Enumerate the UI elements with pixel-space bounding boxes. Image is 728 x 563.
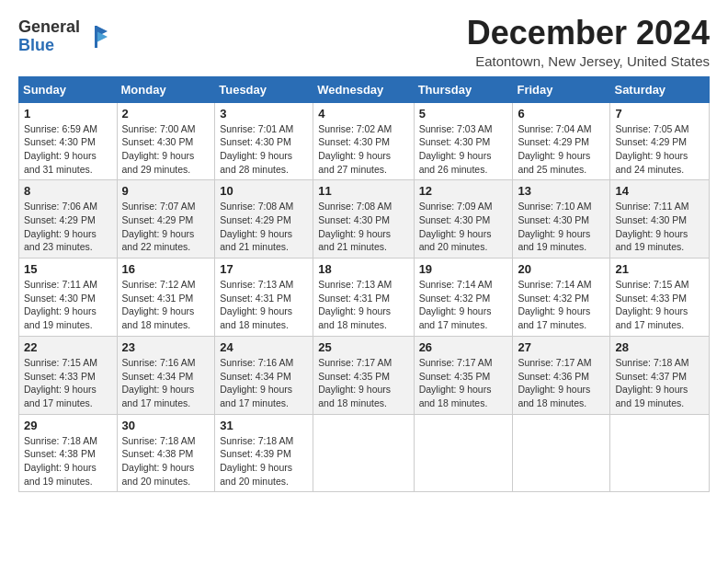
day-number: 29 (24, 419, 112, 432)
day-info: Sunrise: 7:12 AMSunset: 4:31 PMDaylight:… (122, 278, 210, 332)
calendar-day-cell: 20Sunrise: 7:14 AMSunset: 4:32 PMDayligh… (513, 259, 610, 337)
day-info: Sunrise: 7:14 AMSunset: 4:32 PMDaylight:… (518, 278, 605, 332)
calendar-week-row: 1Sunrise: 6:59 AMSunset: 4:30 PMDaylight… (19, 102, 710, 180)
calendar-day-cell: 27Sunrise: 7:17 AMSunset: 4:36 PMDayligh… (513, 336, 610, 414)
day-number: 24 (220, 340, 308, 354)
calendar-day-cell: 25Sunrise: 7:17 AMSunset: 4:35 PMDayligh… (313, 336, 414, 414)
day-number: 8 (24, 184, 112, 198)
day-number: 1 (24, 107, 112, 121)
calendar-day-cell: 28Sunrise: 7:18 AMSunset: 4:37 PMDayligh… (610, 336, 710, 414)
calendar-day-cell: 17Sunrise: 7:13 AMSunset: 4:31 PMDayligh… (215, 259, 313, 337)
calendar-header-row: SundayMondayTuesdayWednesdayThursdayFrid… (19, 76, 710, 102)
day-number: 22 (24, 340, 112, 354)
calendar-day-cell (313, 414, 414, 492)
calendar-body: 1Sunrise: 6:59 AMSunset: 4:30 PMDaylight… (19, 102, 710, 492)
calendar-day-cell: 10Sunrise: 7:08 AMSunset: 4:29 PMDayligh… (215, 180, 313, 259)
calendar-header-cell: Monday (117, 76, 215, 102)
day-number: 17 (220, 262, 308, 276)
day-number: 12 (419, 184, 508, 198)
calendar-day-cell: 26Sunrise: 7:17 AMSunset: 4:35 PMDayligh… (414, 336, 513, 414)
day-info: Sunrise: 7:17 AMSunset: 4:35 PMDaylight:… (318, 356, 408, 410)
calendar-day-cell: 18Sunrise: 7:13 AMSunset: 4:31 PMDayligh… (313, 259, 414, 337)
day-number: 19 (419, 262, 508, 276)
calendar-day-cell: 22Sunrise: 7:15 AMSunset: 4:33 PMDayligh… (19, 336, 118, 414)
logo-blue-text: Blue (18, 37, 80, 55)
day-info: Sunrise: 7:15 AMSunset: 4:33 PMDaylight:… (24, 356, 112, 410)
day-info: Sunrise: 7:04 AMSunset: 4:29 PMDaylight:… (518, 122, 605, 177)
day-number: 23 (122, 340, 210, 354)
day-number: 4 (318, 107, 408, 121)
day-info: Sunrise: 6:59 AMSunset: 4:30 PMDaylight:… (24, 122, 112, 177)
logo: General Blue (18, 18, 109, 55)
calendar-day-cell: 19Sunrise: 7:14 AMSunset: 4:32 PMDayligh… (414, 259, 513, 337)
day-info: Sunrise: 7:08 AMSunset: 4:30 PMDaylight:… (318, 200, 408, 254)
day-info: Sunrise: 7:17 AMSunset: 4:36 PMDaylight:… (518, 356, 605, 410)
day-info: Sunrise: 7:09 AMSunset: 4:30 PMDaylight:… (419, 200, 508, 254)
calendar-day-cell (414, 414, 513, 492)
calendar-week-row: 22Sunrise: 7:15 AMSunset: 4:33 PMDayligh… (19, 336, 710, 414)
calendar-day-cell: 4Sunrise: 7:02 AMSunset: 4:30 PMDaylight… (313, 102, 414, 180)
day-number: 14 (615, 184, 704, 198)
day-number: 11 (318, 184, 408, 198)
title-area: December 2024 Eatontown, New Jersey, Uni… (467, 15, 710, 69)
day-info: Sunrise: 7:07 AMSunset: 4:29 PMDaylight:… (122, 200, 210, 254)
day-number: 2 (122, 107, 210, 121)
calendar-day-cell: 2Sunrise: 7:00 AMSunset: 4:30 PMDaylight… (117, 102, 215, 180)
calendar-day-cell (513, 414, 610, 492)
day-number: 28 (615, 340, 704, 354)
day-number: 27 (518, 340, 605, 354)
header: General Blue December 2024 Eatontown, Ne… (18, 15, 710, 69)
calendar-header-cell: Tuesday (215, 76, 313, 102)
day-number: 3 (220, 107, 308, 121)
logo-general-text: General (18, 18, 80, 37)
calendar-day-cell: 31Sunrise: 7:18 AMSunset: 4:39 PMDayligh… (215, 414, 313, 492)
day-number: 5 (419, 107, 508, 121)
month-title: December 2024 (467, 15, 710, 52)
day-info: Sunrise: 7:00 AMSunset: 4:30 PMDaylight:… (122, 122, 210, 177)
calendar-day-cell: 11Sunrise: 7:08 AMSunset: 4:30 PMDayligh… (313, 180, 414, 259)
day-number: 15 (24, 262, 112, 276)
svg-rect-2 (95, 26, 97, 48)
calendar-day-cell: 16Sunrise: 7:12 AMSunset: 4:31 PMDayligh… (117, 259, 215, 337)
calendar-day-cell: 15Sunrise: 7:11 AMSunset: 4:30 PMDayligh… (19, 259, 118, 337)
calendar-day-cell: 21Sunrise: 7:15 AMSunset: 4:33 PMDayligh… (610, 259, 710, 337)
day-info: Sunrise: 7:11 AMSunset: 4:30 PMDaylight:… (615, 200, 704, 254)
day-info: Sunrise: 7:11 AMSunset: 4:30 PMDaylight:… (24, 278, 112, 332)
day-number: 9 (122, 184, 210, 198)
day-number: 18 (318, 262, 408, 276)
calendar-day-cell: 14Sunrise: 7:11 AMSunset: 4:30 PMDayligh… (610, 180, 710, 259)
logo-flag-icon (84, 24, 109, 50)
calendar-header-cell: Wednesday (313, 76, 414, 102)
calendar-header-cell: Friday (513, 76, 610, 102)
day-info: Sunrise: 7:15 AMSunset: 4:33 PMDaylight:… (615, 278, 704, 332)
calendar-week-row: 29Sunrise: 7:18 AMSunset: 4:38 PMDayligh… (19, 414, 710, 492)
calendar-table: SundayMondayTuesdayWednesdayThursdayFrid… (18, 76, 710, 493)
calendar-header-cell: Saturday (610, 76, 710, 102)
day-info: Sunrise: 7:03 AMSunset: 4:30 PMDaylight:… (419, 122, 508, 177)
calendar-day-cell: 30Sunrise: 7:18 AMSunset: 4:38 PMDayligh… (117, 414, 215, 492)
day-number: 10 (220, 184, 308, 198)
day-info: Sunrise: 7:17 AMSunset: 4:35 PMDaylight:… (419, 356, 508, 410)
calendar-day-cell: 8Sunrise: 7:06 AMSunset: 4:29 PMDaylight… (19, 180, 118, 259)
day-info: Sunrise: 7:06 AMSunset: 4:29 PMDaylight:… (24, 200, 112, 254)
day-info: Sunrise: 7:02 AMSunset: 4:30 PMDaylight:… (318, 122, 408, 177)
calendar-week-row: 8Sunrise: 7:06 AMSunset: 4:29 PMDaylight… (19, 180, 710, 259)
calendar-day-cell: 3Sunrise: 7:01 AMSunset: 4:30 PMDaylight… (215, 102, 313, 180)
day-number: 25 (318, 340, 408, 354)
day-info: Sunrise: 7:18 AMSunset: 4:39 PMDaylight:… (220, 434, 308, 488)
day-info: Sunrise: 7:13 AMSunset: 4:31 PMDaylight:… (220, 278, 308, 332)
day-info: Sunrise: 7:08 AMSunset: 4:29 PMDaylight:… (220, 200, 308, 254)
day-number: 30 (122, 419, 210, 432)
day-info: Sunrise: 7:05 AMSunset: 4:29 PMDaylight:… (615, 122, 704, 177)
day-info: Sunrise: 7:13 AMSunset: 4:31 PMDaylight:… (318, 278, 408, 332)
day-number: 26 (419, 340, 508, 354)
day-info: Sunrise: 7:14 AMSunset: 4:32 PMDaylight:… (419, 278, 508, 332)
day-info: Sunrise: 7:16 AMSunset: 4:34 PMDaylight:… (122, 356, 210, 410)
day-info: Sunrise: 7:10 AMSunset: 4:30 PMDaylight:… (518, 200, 605, 254)
calendar-day-cell: 5Sunrise: 7:03 AMSunset: 4:30 PMDaylight… (414, 102, 513, 180)
calendar-day-cell: 13Sunrise: 7:10 AMSunset: 4:30 PMDayligh… (513, 180, 610, 259)
day-info: Sunrise: 7:18 AMSunset: 4:38 PMDaylight:… (24, 434, 112, 488)
day-info: Sunrise: 7:01 AMSunset: 4:30 PMDaylight:… (220, 122, 308, 177)
calendar-day-cell: 9Sunrise: 7:07 AMSunset: 4:29 PMDaylight… (117, 180, 215, 259)
day-info: Sunrise: 7:18 AMSunset: 4:37 PMDaylight:… (615, 356, 704, 410)
